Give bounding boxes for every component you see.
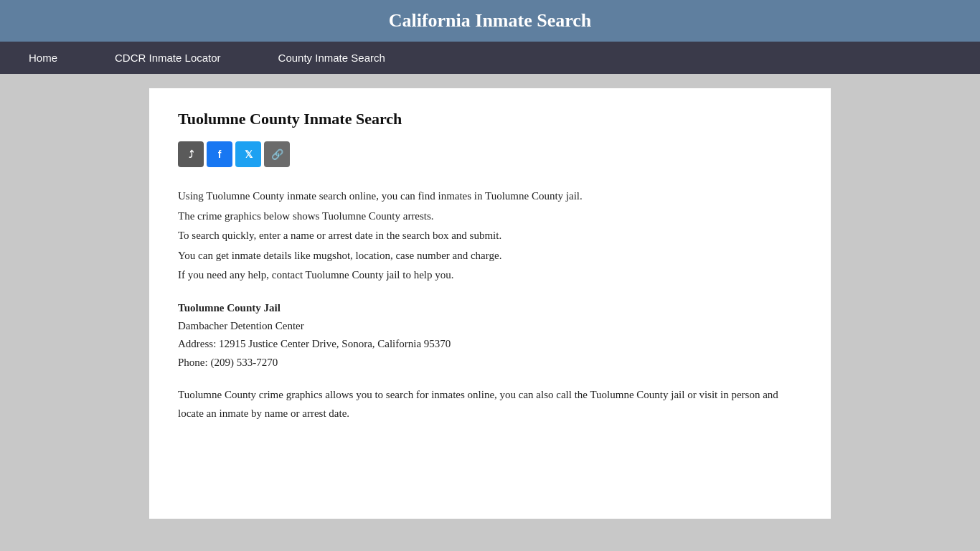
page-wrapper: California Inmate Search Home CDCR Inmat…	[0, 0, 980, 551]
description-line-3: To search quickly, enter a name or arres…	[178, 227, 802, 245]
nav-item-cdcr[interactable]: CDCR Inmate Locator	[86, 42, 250, 74]
main-content-bg: Tuolumne County Inmate Search ⤴ f 𝕏 🔗 Us…	[0, 74, 980, 533]
site-title: California Inmate Search	[14, 10, 966, 32]
share-button-share[interactable]: ⤴	[178, 141, 204, 167]
share-buttons: ⤴ f 𝕏 🔗	[178, 141, 802, 167]
site-header: California Inmate Search	[0, 0, 980, 42]
description-line-1: Using Tuolumne County inmate search onli…	[178, 187, 802, 206]
jail-address: Address: 12915 Justice Center Drive, Son…	[178, 335, 802, 354]
nav-item-home[interactable]: Home	[0, 42, 86, 74]
bottom-description: Tuolumne County crime graphics allows yo…	[178, 386, 802, 423]
site-nav: Home CDCR Inmate Locator County Inmate S…	[0, 42, 980, 74]
jail-phone: Phone: (209) 533-7270	[178, 354, 802, 372]
share-button-twitter[interactable]: 𝕏	[235, 141, 261, 167]
nav-item-county[interactable]: County Inmate Search	[250, 42, 414, 74]
share-button-link[interactable]: 🔗	[264, 141, 290, 167]
jail-details: Dambacher Detention Center Address: 1291…	[178, 317, 802, 372]
share-button-facebook[interactable]: f	[207, 141, 232, 167]
description-line-4: You can get inmate details like mugshot,…	[178, 247, 802, 265]
description-line-2: The crime graphics below shows Tuolumne …	[178, 207, 802, 226]
jail-name: Tuolumne County Jail	[178, 302, 802, 314]
page-heading: Tuolumne County Inmate Search	[178, 110, 802, 128]
jail-facility: Dambacher Detention Center	[178, 317, 802, 336]
description-line-5: If you need any help, contact Tuolumne C…	[178, 266, 802, 285]
content-card: Tuolumne County Inmate Search ⤴ f 𝕏 🔗 Us…	[149, 88, 831, 519]
description-block: Using Tuolumne County inmate search onli…	[178, 187, 802, 285]
jail-section: Tuolumne County Jail Dambacher Detention…	[178, 302, 802, 372]
